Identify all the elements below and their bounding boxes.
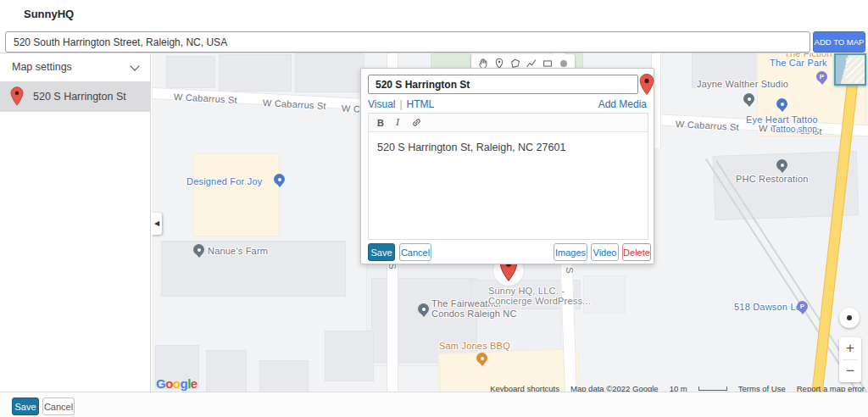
poi-label-dawson-lot: 518 Dawson Lot — [734, 302, 804, 312]
main-marker-label: Sunny HQ, LLC. - — [488, 286, 565, 296]
footer-bar: Save Cancel — [0, 392, 868, 417]
app-root: SunnyHQ ADD TO MAP Map settings 520 S Ha… — [0, 0, 868, 417]
poi-label-car-park: The Car Park — [770, 58, 827, 68]
scale-text: 10 m — [670, 384, 687, 392]
footer-cancel-button[interactable]: Cancel — [42, 398, 75, 415]
poi-label-sam-jones-bbq: Sam Jones BBQ — [439, 341, 510, 351]
poi-marker-icon — [418, 303, 429, 314]
map-building — [325, 331, 374, 381]
poi-label-eye-heart-tattoo: Eye Heart Tattoo — [746, 114, 818, 125]
editor-toolbar: B I — [369, 114, 648, 132]
video-button[interactable]: Video — [591, 243, 619, 261]
sidebar-marker-item[interactable]: 520 S Harrington St — [0, 81, 151, 112]
logo-letter: e — [191, 376, 198, 391]
scale-bar — [698, 386, 727, 391]
marker-title-input[interactable] — [368, 75, 638, 94]
marker-editor-popup: Visual|HTML Add Media B I 520 S Harringt… — [360, 68, 654, 264]
address-input[interactable] — [5, 31, 810, 53]
logo-letter: o — [173, 376, 181, 391]
terms-link[interactable]: Terms of Use — [738, 384, 786, 392]
add-media-link[interactable]: Add Media — [598, 98, 647, 110]
sidebar: Map settings 520 S Harrington St — [0, 53, 151, 392]
sidebar-marker-label: 520 S Harrington St — [33, 91, 126, 103]
sidebar-collapse-button[interactable]: ◀ — [152, 213, 162, 235]
poi-marker-icon — [193, 244, 204, 255]
editor-tabs: Visual|HTML — [368, 98, 434, 110]
zoom-out-button[interactable]: − — [839, 360, 861, 382]
marker-pin-icon — [10, 86, 24, 107]
street-label: W Cabarrus St — [263, 97, 326, 111]
map-settings-toggle[interactable]: Map settings — [0, 53, 151, 81]
page-title: SunnyHQ — [24, 8, 74, 20]
map-building — [259, 360, 309, 392]
keyboard-shortcuts-link[interactable]: Keyboard shortcuts — [490, 384, 559, 392]
delete-button[interactable]: Delete — [622, 243, 651, 261]
report-error-link[interactable]: Report a map error — [797, 384, 865, 392]
poi-sublabel-tattoo-shop: Tattoo shop — [771, 125, 817, 134]
logo-letter: g — [181, 376, 188, 391]
poi-marker-icon — [776, 98, 787, 109]
poi-marker-icon — [274, 174, 285, 185]
description-textarea[interactable]: 520 S Harrington St, Raleigh, NC 27601 — [369, 132, 648, 239]
popup-cancel-button[interactable]: Cancel — [399, 243, 431, 261]
footer-save-button[interactable]: Save — [12, 398, 39, 415]
parking-marker-icon: P — [816, 71, 827, 82]
poi-label-designed-for-joy: Designed For Joy — [186, 176, 262, 186]
map-building — [583, 275, 626, 314]
map-building — [193, 153, 280, 236]
map-building — [206, 350, 247, 392]
description-editor: B I 520 S Harrington St, Raleigh, NC 276… — [368, 113, 648, 240]
main-marker-sublabel: Concierge WordPress... — [488, 296, 591, 306]
google-logo[interactable]: Google — [156, 376, 198, 391]
poi-label-phc-restoration: PHC Restoration — [736, 174, 809, 184]
italic-button[interactable]: I — [396, 116, 399, 129]
street-label: W Cabarrus St — [174, 92, 237, 105]
poi-marker-icon — [776, 159, 787, 170]
logo-letter: o — [165, 376, 173, 391]
tab-html[interactable]: HTML — [407, 98, 435, 110]
street-label: W C — [342, 103, 361, 114]
map-data-text: Map data ©2022 Google — [570, 384, 659, 392]
images-button[interactable]: Images — [554, 243, 587, 261]
map-building — [295, 53, 364, 92]
poi-label-nanues-farm: Nanue's Farm — [208, 246, 268, 256]
street-label: W Cabarrus St — [676, 119, 739, 132]
overview-inset-map[interactable] — [834, 53, 866, 86]
zoom-in-button[interactable]: + — [839, 337, 861, 359]
popup-save-button[interactable]: Save — [368, 243, 395, 261]
link-button[interactable] — [411, 117, 422, 128]
poi-sublabel-fairweather: Condos Raleigh NC — [431, 309, 517, 319]
map-attribution: Keyboard shortcuts Map data ©2022 Google… — [490, 384, 865, 392]
street-label: S — [565, 267, 575, 274]
bold-button[interactable]: B — [377, 118, 384, 128]
poi-label-jayne-walther: Jayne Walther Studio — [697, 79, 788, 89]
tab-separator: | — [399, 98, 402, 110]
parking-marker-icon: P — [797, 301, 808, 312]
add-to-map-button[interactable]: ADD TO MAP — [813, 31, 865, 53]
map-building — [219, 54, 292, 92]
map-building — [166, 56, 215, 88]
zoom-control: + − — [839, 337, 861, 382]
poi-marker-icon — [476, 353, 487, 364]
poi-marker-icon — [743, 93, 754, 104]
logo-letter: G — [156, 376, 165, 391]
map-orientation-button[interactable] — [839, 308, 860, 328]
map-settings-label: Map settings — [12, 61, 72, 73]
marker-pin-icon[interactable] — [639, 73, 654, 96]
chevron-down-icon — [130, 61, 139, 70]
